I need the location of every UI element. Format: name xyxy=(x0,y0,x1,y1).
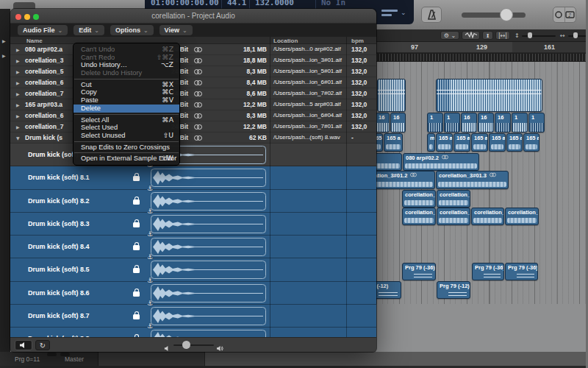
table-row[interactable]: ▼Drum kick (s16 Bit62 KB/Users/pash...(s… xyxy=(10,132,376,144)
menu-button-view[interactable]: View⌄ xyxy=(159,25,193,35)
lock-icon[interactable] xyxy=(133,291,140,297)
menu-item-paste[interactable]: Paste⌘V xyxy=(74,96,179,105)
arrange-region[interactable]: 1 xyxy=(444,113,460,132)
disclosure-closed-icon[interactable]: ▶ xyxy=(16,47,20,52)
arrange-region[interactable]: 1 xyxy=(427,113,443,132)
disclosure-closed-icon[interactable]: ▶ xyxy=(16,102,20,107)
drum-region-row[interactable]: Drum kick (soft) 8.6⚓ xyxy=(10,282,376,305)
disclosure-closed-icon[interactable]: ▶ xyxy=(16,69,20,74)
disclosure-closed-icon[interactable]: ▶ xyxy=(16,113,20,118)
loop-button[interactable]: ↻ xyxy=(35,340,50,350)
drum-region-row[interactable]: Drum kick (soft) 8.5⚓ xyxy=(10,258,376,281)
arrange-region[interactable]: 165 a xyxy=(506,133,523,152)
arrange-region[interactable]: 165 a xyxy=(453,133,470,152)
table-row[interactable]: ▶080 arp#02.a24 Bit18,1 MB/Users/pash...… xyxy=(10,44,376,55)
lock-icon[interactable] xyxy=(133,314,140,319)
menu-button-audio-file[interactable]: Audio File⌄ xyxy=(18,25,68,35)
menu-item-open-in-external-sample-editor[interactable]: Open in External Sample Editor⇧W xyxy=(74,155,179,163)
project-audio-window[interactable]: corellation - Project Audio Audio File⌄E… xyxy=(10,9,376,352)
waveform-thumbnail[interactable] xyxy=(151,238,266,256)
menu-item-select-all[interactable]: Select All⌘A xyxy=(74,116,179,124)
lcd-mode-chevron-icon[interactable]: ⌄ xyxy=(401,9,406,16)
column-header-location[interactable]: Location xyxy=(273,38,298,44)
vertical-zoom-knob[interactable] xyxy=(528,32,532,38)
arrange-region[interactable]: 16 xyxy=(390,113,406,132)
arrange-region[interactable]: 165 a xyxy=(523,133,539,152)
waveform-thumbnail[interactable] xyxy=(151,284,266,302)
arrange-region[interactable]: corellation_6 xyxy=(437,208,470,225)
arrange-region[interactable]: 16 xyxy=(495,113,511,132)
column-header-name[interactable]: Name xyxy=(26,38,43,44)
disclosure-closed-icon[interactable]: ▶ xyxy=(16,80,20,85)
lock-icon[interactable] xyxy=(133,245,140,250)
arrange-region[interactable]: ellation_3#01.2 xyxy=(376,171,435,189)
notes-icon[interactable] xyxy=(553,7,564,22)
arrange-region[interactable]: corellation_5 xyxy=(437,190,470,208)
tool-menu-button[interactable]: ⚙ ⌄ xyxy=(440,31,459,40)
disclosure-closed-icon[interactable]: ▶ xyxy=(16,91,20,96)
top-right-buttons[interactable]: ♪ xyxy=(553,7,576,23)
menu-button-options[interactable]: Options⌄ xyxy=(110,25,154,35)
waveform-thumbnail[interactable] xyxy=(151,261,266,279)
arrange-region[interactable]: corellation_6 xyxy=(505,208,539,225)
table-row[interactable]: ▶corellation_324 Bit18,8 MB/Users/pash..… xyxy=(10,55,376,66)
arrange-region[interactable]: corellation_6 xyxy=(471,208,504,225)
drum-region-row[interactable]: Drum kick (soft) 8.8⚓ xyxy=(10,328,376,337)
prelisten-volume-track[interactable] xyxy=(173,344,214,346)
arrange-region[interactable]: corellation_3#01.3 xyxy=(436,171,509,189)
anchor-icon[interactable]: ⚓ xyxy=(147,277,153,284)
arrange-region[interactable]: m xyxy=(427,133,435,152)
arrange-region[interactable]: 16 xyxy=(478,113,494,132)
anchor-icon[interactable]: ⚓ xyxy=(147,322,153,330)
table-row[interactable]: ▶corellation_624 Bit8,4 MB/Users/pash...… xyxy=(10,77,376,88)
drum-region-row[interactable]: Drum kick (soft) 8⚓ xyxy=(10,144,376,166)
anchor-icon[interactable]: ⚓ xyxy=(147,185,153,192)
drum-region-row[interactable]: Drum kick (soft) 8.7⚓ xyxy=(10,305,376,328)
arrange-region[interactable]: 1 xyxy=(512,113,528,132)
arrange-region[interactable] xyxy=(436,79,542,112)
arrange-region[interactable]: Prg 79 (-36) xyxy=(472,263,504,280)
menu-button-edit[interactable]: Edit⌄ xyxy=(74,25,104,35)
vertical-fit-button[interactable]: I xyxy=(482,31,493,40)
table-row[interactable]: ▶corellation_724 Bit8,6 MB/Users/pash...… xyxy=(10,88,376,99)
arrange-region[interactable]: corellation_6 xyxy=(402,208,436,225)
waveform-thumbnail[interactable] xyxy=(151,192,266,210)
arrange-region[interactable]: 165 a xyxy=(436,133,453,152)
horizontal-zoom-slider[interactable] xyxy=(568,35,587,37)
drum-region-row[interactable]: Drum kick (soft) 8.3⚓ xyxy=(10,213,376,236)
anchor-icon[interactable]: ⚓ xyxy=(147,230,153,238)
drum-region-row[interactable]: Drum kick (soft) 8.2⚓ xyxy=(10,190,376,213)
waveform-zoom-button[interactable] xyxy=(462,31,480,40)
menu-item-undo-history-[interactable]: Undo History…⌥Z xyxy=(74,61,179,69)
media-browser-icon[interactable]: ♪ xyxy=(565,7,576,22)
anchor-icon[interactable]: ⚓ xyxy=(147,253,153,261)
table-row[interactable]: ▶165 arp#03.a24 Bit12,2 MB/Users/pash...… xyxy=(10,99,376,110)
menu-item-select-unused[interactable]: Select Unused⇧U xyxy=(74,132,179,140)
waveform-thumbnail[interactable] xyxy=(151,169,266,187)
waveform-thumbnail[interactable] xyxy=(151,330,266,337)
lock-icon[interactable] xyxy=(133,268,140,273)
prelisten-button[interactable] xyxy=(15,340,32,350)
lock-icon[interactable] xyxy=(133,222,140,227)
arrange-area[interactable]: 16161116161611165 a165 am165 a165 a165 a… xyxy=(376,62,588,366)
horizontal-fit-button[interactable]: |↔| xyxy=(495,31,510,40)
arrange-region[interactable]: 165 a xyxy=(376,133,383,152)
waveform-thumbnail[interactable] xyxy=(151,215,266,233)
arrange-region[interactable]: corellation_5 xyxy=(402,190,436,208)
arrange-region[interactable] xyxy=(377,79,406,112)
lock-icon[interactable] xyxy=(133,199,140,205)
arrange-region[interactable]: 165 a xyxy=(471,133,488,152)
master-volume-knob[interactable] xyxy=(500,8,513,21)
arrange-region[interactable]: 1 xyxy=(528,113,545,132)
disclosure-closed-icon[interactable]: ▶ xyxy=(16,58,20,63)
arrange-region[interactable]: 16 xyxy=(376,113,390,132)
arrange-region[interactable]: 79 (-12) xyxy=(376,281,401,299)
waveform-thumbnail[interactable] xyxy=(151,307,266,325)
title-bar[interactable]: corellation - Project Audio xyxy=(10,9,376,24)
disclosure-closed-icon[interactable]: ▶ xyxy=(16,124,20,130)
drum-region-row[interactable]: Drum kick (soft) 8.4⚓ xyxy=(10,236,376,258)
drum-region-row[interactable]: Drum kick (soft) 8.1⚓ xyxy=(10,166,376,189)
metronome-button[interactable] xyxy=(421,7,442,23)
horizontal-zoom-knob[interactable] xyxy=(573,32,578,38)
master-volume-track[interactable] xyxy=(462,13,526,18)
